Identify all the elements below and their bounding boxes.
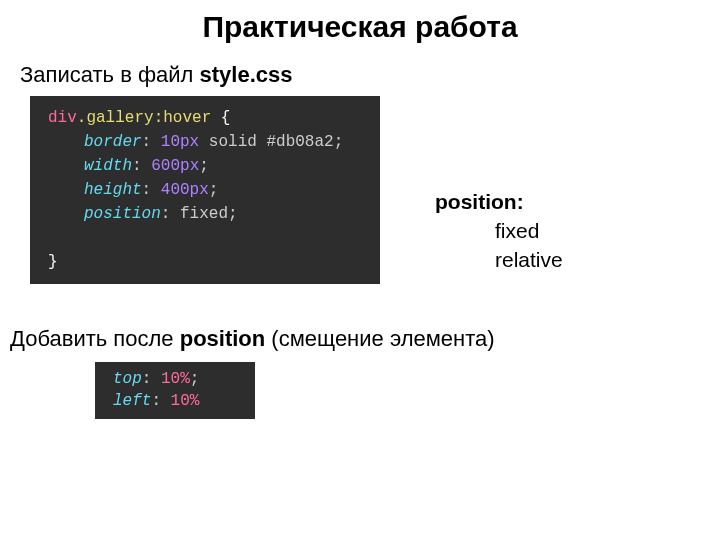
token-value-num: 10px [161, 133, 199, 151]
token-value: 10% [171, 392, 200, 410]
token-brace-open: { [211, 109, 230, 127]
side-note-val2: relative [495, 245, 563, 274]
side-note: position: fixed relative [435, 190, 563, 275]
instruction2-prefix: Добавить после [10, 326, 180, 351]
token-colon: : [142, 181, 161, 199]
code-line-height: height: 400px; [48, 178, 366, 202]
instruction2-suffix: (смещение элемента) [265, 326, 494, 351]
token-value: 10% [161, 370, 190, 388]
code-line-selector: div.gallery:hover { [48, 106, 366, 130]
token-brace-close: } [48, 253, 58, 271]
token-prop: position [84, 205, 161, 223]
subheading-2: Добавить после position (смещение элемен… [10, 326, 720, 352]
code-line-empty [48, 226, 366, 250]
token-colon: : [161, 205, 180, 223]
token-prop: border [84, 133, 142, 151]
page-title: Практическая работа [0, 10, 720, 44]
token-semi: ; [199, 157, 209, 175]
instruction2-bold: position [180, 326, 266, 351]
token-colon: : [142, 370, 161, 388]
token-tag: div [48, 109, 77, 127]
side-note-values: fixed relative [495, 216, 563, 275]
code-block-offset: top: 10%; left: 10% [95, 362, 255, 419]
token-semi: ; [228, 205, 238, 223]
token-semi: ; [209, 181, 219, 199]
token-prop: left [113, 392, 151, 410]
token-class: .gallery [77, 109, 154, 127]
token-semi: ; [334, 133, 344, 151]
code-block-main: div.gallery:hover { border: 10px solid #… [30, 96, 380, 284]
token-semi: ; [190, 370, 200, 388]
token-value: 400px [161, 181, 209, 199]
code-line-position: position: fixed; [48, 202, 366, 226]
token-prop: top [113, 370, 142, 388]
token-value-rest: solid #db08a2 [199, 133, 333, 151]
token-value: fixed [180, 205, 228, 223]
token-prop: height [84, 181, 142, 199]
code-line-left: left: 10% [113, 390, 241, 412]
subheading-prefix: Записать в файл [20, 62, 200, 87]
token-colon: : [151, 392, 170, 410]
token-pseudo: :hover [154, 109, 212, 127]
side-note-label: position: [435, 190, 563, 214]
token-prop: width [84, 157, 132, 175]
token-value: 600px [151, 157, 199, 175]
code-line-top: top: 10%; [113, 368, 241, 390]
subheading-bold: style.css [200, 62, 293, 87]
code-line-width: width: 600px; [48, 154, 366, 178]
subheading-1: Записать в файл style.css [20, 62, 720, 88]
code-line-border: border: 10px solid #db08a2; [48, 130, 366, 154]
code-line-close: } [48, 250, 366, 274]
token-colon: : [132, 157, 151, 175]
token-colon: : [142, 133, 161, 151]
side-note-val1: fixed [495, 216, 563, 245]
